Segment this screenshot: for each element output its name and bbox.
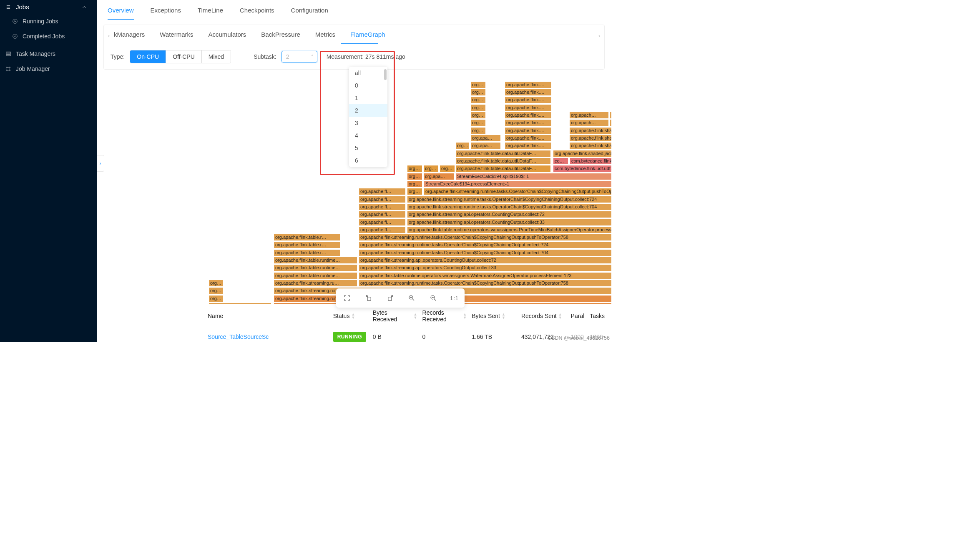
sidebar-item-running-jobs[interactable]: Running Jobs: [0, 14, 97, 29]
sidebar-item-completed-jobs[interactable]: Completed Jobs: [0, 29, 97, 44]
flame-frame[interactable]: org.apache.flink.…: [505, 81, 552, 88]
flamegraph-canvas[interactable]: org…org.apache.flink.…org…org.apache.fli…: [205, 81, 611, 313]
zoom-ratio[interactable]: 1:1: [450, 295, 459, 301]
flame-frame[interactable]: org.apache.flink.streaming.runtime.tasks…: [359, 280, 611, 287]
flame-frame[interactable]: org…: [470, 81, 486, 88]
flame-frame[interactable]: org.apache.fl…: [359, 219, 406, 226]
subtab-metrics[interactable]: Metrics: [315, 31, 335, 38]
flame-frame[interactable]: org.apache.flink.streaming.runtime.tasks…: [359, 234, 611, 241]
subtab-backpressure[interactable]: BackPressure: [261, 31, 300, 38]
tab-overview[interactable]: Overview: [108, 5, 134, 20]
flame-frame[interactable]: org.apache.flink.table.runtime.operators…: [407, 226, 611, 233]
flame-frame[interactable]: org…: [209, 287, 224, 294]
subtask-option-all[interactable]: all: [349, 67, 387, 79]
flame-frame[interactable]: org…: [407, 188, 422, 195]
flame-frame[interactable]: org…: [407, 165, 422, 172]
flame-frame[interactable]: org…: [423, 165, 439, 172]
flame-frame[interactable]: org…: [407, 173, 422, 180]
flame-frame[interactable]: com.bytedance.flink.udf.udf.JSONStr…: [570, 158, 611, 165]
zoom-in-button[interactable]: [407, 293, 417, 303]
flame-frame[interactable]: org…: [470, 112, 486, 119]
fullscreen-button[interactable]: [342, 293, 352, 303]
flame-frame[interactable]: StreamExecCalc$194.split$190$:-1: [455, 173, 611, 180]
flame-frame[interactable]: co…: [553, 158, 568, 165]
flame-frame[interactable]: org.apache.flink.table.data.util.DataF…: [455, 165, 551, 172]
zoom-out-button[interactable]: [428, 293, 438, 303]
sidebar-item-task-managers[interactable]: Task Managers: [0, 46, 97, 61]
flame-frame[interactable]: org.apach…: [610, 119, 611, 126]
subtab-watermarks[interactable]: Watermarks: [160, 31, 193, 38]
flame-frame[interactable]: org.apache.flink.table.r…: [274, 249, 340, 256]
subtask-option-0[interactable]: 0: [349, 79, 387, 92]
flame-frame[interactable]: org.apache.flink.…: [505, 127, 552, 134]
rotate-left-button[interactable]: [364, 293, 374, 303]
flame-frame[interactable]: org.apache.flink.…: [505, 104, 552, 111]
col-tasks[interactable]: Tasks: [587, 309, 608, 323]
flame-frame[interactable]: org.apache.fl…: [359, 203, 406, 210]
type-mixed[interactable]: Mixed: [202, 50, 231, 63]
flame-frame[interactable]: org.apache.flink.shaded.jackson2.co…: [569, 135, 611, 142]
flame-frame[interactable]: org.apache.flink.streaming.api.operators…: [407, 211, 611, 218]
flame-frame[interactable]: org…: [470, 96, 486, 103]
col-name[interactable]: Name: [205, 309, 331, 323]
flame-frame[interactable]: org.apache.flink.…: [505, 112, 552, 119]
flame-frame[interactable]: org.apache.flink.…: [505, 135, 552, 142]
flame-frame[interactable]: org.apache.flink.streaming.runtime.tasks…: [359, 249, 611, 256]
flame-frame[interactable]: org.apache.flink.table.r…: [274, 241, 340, 248]
flame-frame[interactable]: org.apache.fl…: [359, 211, 406, 218]
subtask-option-4[interactable]: 4: [349, 129, 387, 142]
flame-frame[interactable]: org.apache.flink.shaded.jackson2.co…: [569, 142, 611, 149]
flame-frame[interactable]: com.bytedance.flink.udf.udf.JSONStringTo…: [553, 165, 611, 172]
subtask-option-3[interactable]: 3: [349, 117, 387, 129]
flame-frame[interactable]: org.apache.fl…: [359, 196, 406, 203]
flame-frame[interactable]: org.apache.flink.…: [505, 96, 552, 103]
subtab-kmanagers[interactable]: kManagers: [114, 31, 145, 38]
col-paral[interactable]: Paral: [568, 309, 588, 323]
flame-frame[interactable]: org.apache.fl…: [359, 188, 406, 195]
tab-timeline[interactable]: TimeLine: [198, 5, 223, 20]
row-name-link[interactable]: Source_TableSourceSc: [208, 333, 269, 340]
subtab-accumulators[interactable]: Accumulators: [208, 31, 246, 38]
flame-frame[interactable]: org.apache.flink.table.runtime…: [274, 257, 357, 264]
sidebar-collapse-handle[interactable]: ›: [97, 155, 104, 172]
flame-frame[interactable]: org…: [470, 119, 486, 126]
flame-frame[interactable]: org.apache.flink.…: [505, 89, 552, 96]
flame-frame[interactable]: org.apache.flink.table.r…: [274, 234, 340, 241]
flame-frame[interactable]: org.apache.flink.streaming.ru…: [274, 280, 357, 287]
tab-checkpoints[interactable]: Checkpoints: [240, 5, 274, 20]
flame-frame[interactable]: org.apache.flink.table.data.util.DataF…: [455, 158, 551, 165]
tab-exceptions[interactable]: Exceptions: [151, 5, 181, 20]
subtask-select[interactable]: 2 ˄: [281, 51, 317, 63]
flame-frame[interactable]: org.apache.flink.…: [610, 112, 611, 119]
col-records-received[interactable]: Records Received▲▼: [420, 309, 470, 323]
flame-frame[interactable]: StreamExecCalc$194.processElement:-1: [424, 180, 611, 188]
flame-frame[interactable]: org…: [470, 127, 486, 134]
tab-configuration[interactable]: Configuration: [291, 5, 328, 20]
col-bytes-received[interactable]: Bytes Received▲▼: [370, 309, 420, 323]
type-on-cpu[interactable]: On-CPU: [130, 50, 166, 63]
sidebar-section-jobs[interactable]: Jobs: [0, 1, 97, 14]
flame-frame[interactable]: org.apache.flink.…: [505, 119, 552, 126]
col-bytes-sent[interactable]: Bytes Sent▲▼: [469, 309, 519, 323]
flame-frame[interactable]: org.apache.flink.streaming.runtime.tasks…: [407, 203, 611, 210]
flame-frame[interactable]: org.apache.flink.shaded.jackson2.co…: [553, 150, 611, 157]
flame-frame[interactable]: org.apache.flink.table.data.util.DataF…: [455, 150, 551, 157]
flame-frame[interactable]: org…: [209, 280, 224, 287]
flame-frame[interactable]: org.apache.fl…: [359, 226, 406, 233]
flame-frame[interactable]: org.apache.flink.table.runtime.operators…: [359, 272, 611, 279]
col-records-sent[interactable]: Records Sent▲▼: [519, 309, 568, 323]
flame-frame[interactable]: org.apach…: [569, 112, 609, 119]
flame-frame[interactable]: org…: [407, 180, 422, 188]
flame-frame[interactable]: org.apache.flink.…: [505, 142, 552, 149]
sidebar-item-job-manager[interactable]: Job Manager: [0, 61, 97, 76]
subtask-option-5[interactable]: 5: [349, 142, 387, 154]
flame-frame[interactable]: org.apache.flink.shaded.jackson2.co…: [569, 127, 611, 134]
flame-frame[interactable]: org.apa…: [423, 173, 455, 180]
flame-frame[interactable]: org.apache.flink.streaming.api.operators…: [359, 264, 611, 271]
flame-frame[interactable]: org.apache.flink.streaming.runtime.tasks…: [424, 188, 611, 195]
flame-frame[interactable]: org…: [470, 89, 486, 96]
flame-frame[interactable]: org.apache.flink.streaming.runtime.tasks…: [359, 241, 611, 248]
flame-frame[interactable]: org…: [209, 295, 224, 302]
flame-frame[interactable]: org.apache.flink.table.runtime…: [274, 272, 357, 279]
subtask-option-1[interactable]: 1: [349, 92, 387, 104]
